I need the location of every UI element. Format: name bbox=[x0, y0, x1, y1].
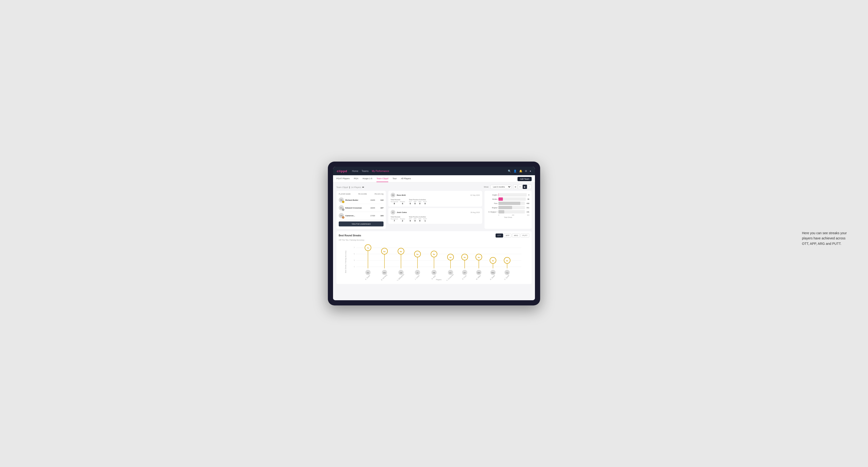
nav-home[interactable]: Home bbox=[352, 170, 358, 173]
player-card-header: JC Josh Coles 26 Aug 2023 bbox=[391, 210, 480, 215]
annotation-text: Here you can see streaks your players ha… bbox=[802, 230, 849, 246]
svg-text:RB: RB bbox=[433, 272, 435, 274]
subnav-pgat[interactable]: PGAT Players bbox=[336, 175, 349, 182]
table-row: RB 1 Richard Butler 19/20 110 bbox=[339, 196, 383, 204]
bar-value: 499 bbox=[526, 203, 529, 204]
activities-row: OTT 0 APP 0 ARG 0 bbox=[409, 218, 427, 222]
bar-value: 131 bbox=[526, 211, 529, 213]
app-stat: APP 0 bbox=[413, 218, 416, 222]
subnav-right: Add Team bbox=[518, 177, 532, 181]
chart-x-labels: 0 200 400 bbox=[487, 214, 529, 216]
arg-stat: ARG 0 bbox=[418, 218, 421, 222]
subnav-hcaps[interactable]: Hcaps 1-5 bbox=[363, 175, 372, 182]
table-row: EC 2 Edward Crossman 18/20 107 bbox=[339, 204, 383, 212]
nav-my-performance[interactable]: My Performance bbox=[372, 170, 389, 173]
pc-name: Josh Coles bbox=[397, 211, 469, 214]
settings-icon[interactable]: ⚙ bbox=[525, 169, 527, 173]
arg-value: 0 bbox=[419, 220, 420, 222]
practice-value: 2 bbox=[402, 220, 403, 222]
total-rounds-label: Total Rounds bbox=[391, 216, 405, 218]
view-leaderboard-button[interactable]: View Full Leaderboard bbox=[339, 221, 383, 226]
svg-text:RBu: RBu bbox=[491, 272, 495, 274]
pc-date: 02 Sep 2023 bbox=[470, 194, 480, 196]
streaks-tabs: OTT APP ARG PUTT bbox=[496, 234, 529, 238]
putt-tab[interactable]: PUTT bbox=[521, 234, 529, 238]
add-team-button[interactable]: Add Team bbox=[518, 177, 532, 181]
chart-bar-row: Eagles 3 bbox=[487, 193, 529, 196]
bar-fill bbox=[498, 210, 504, 214]
pc-stats: Total Rounds Tournament 8 Practice 4 bbox=[391, 199, 480, 205]
arg-tab[interactable]: ARG bbox=[512, 234, 520, 238]
player-score: 18/20 bbox=[369, 207, 376, 209]
svg-text:7x: 7x bbox=[367, 247, 369, 249]
player-score: 19/20 bbox=[369, 199, 376, 201]
ott-value: 0 bbox=[410, 220, 411, 222]
practice-activities-label: Total Practice Activities bbox=[409, 199, 427, 200]
bar-label: D. Bogeys + bbox=[487, 211, 497, 213]
svg-text:DF: DF bbox=[464, 272, 466, 274]
subnav-tour[interactable]: Tour bbox=[393, 175, 397, 182]
list-icon[interactable]: ≡ bbox=[518, 185, 522, 189]
player-name: Edward Crossman bbox=[345, 207, 368, 209]
period-select[interactable]: Last 3 months Last 6 months Last 12 mont… bbox=[490, 185, 512, 189]
team-title: Team Clippd | 14 Players ✏ bbox=[336, 186, 364, 188]
export-icon[interactable]: ↑ bbox=[527, 185, 532, 189]
avatar-icon[interactable]: ● bbox=[530, 169, 531, 173]
user-icon[interactable]: 👤 bbox=[514, 169, 517, 173]
team-controls: Show Last 3 months Last 6 months Last 12… bbox=[484, 185, 532, 189]
player-score: 17/20 bbox=[369, 215, 376, 217]
col-pb-avg-label: PB AVG SQ bbox=[375, 193, 383, 195]
col-player-label: PLAYER NAME bbox=[339, 193, 350, 195]
tournament-stat: Tournament 8 bbox=[391, 201, 398, 205]
player-avg: 107 bbox=[378, 207, 383, 209]
bar-value: 3 bbox=[528, 194, 529, 196]
bar-track bbox=[498, 210, 525, 214]
svg-text:3x: 3x bbox=[506, 260, 508, 262]
grid-icon[interactable]: ⊞ bbox=[513, 185, 518, 189]
tournament-value: 8 bbox=[394, 203, 395, 205]
svg-text:4x: 4x bbox=[464, 256, 466, 258]
subnav-all-players[interactable]: All Players bbox=[401, 175, 411, 182]
total-rounds-group: Total Rounds Tournament 7 Practice 2 bbox=[391, 216, 405, 222]
ott-stat: OTT 0 bbox=[409, 218, 412, 222]
search-icon[interactable]: 🔍 bbox=[508, 169, 511, 173]
svg-text:Players: Players bbox=[436, 279, 441, 281]
bar-track bbox=[498, 197, 526, 201]
svg-text:6x: 6x bbox=[383, 250, 385, 253]
bar-fill bbox=[498, 193, 499, 196]
avatar: EC 2 bbox=[339, 205, 344, 210]
app-stat: APP 0 bbox=[413, 201, 416, 205]
x-label: 0 bbox=[498, 214, 499, 216]
rounds-row: Tournament 7 Practice 2 bbox=[391, 218, 405, 222]
svg-text:R. Britt: R. Britt bbox=[431, 275, 436, 280]
streaks-title: Best Round Streaks bbox=[339, 234, 361, 237]
bar-label: Pars bbox=[487, 203, 497, 204]
subnav-pga[interactable]: PGA bbox=[354, 175, 358, 182]
subnav-team-clippd[interactable]: Team Clippd bbox=[376, 175, 388, 182]
svg-text:4x: 4x bbox=[478, 256, 480, 258]
app-tab[interactable]: APP bbox=[504, 234, 512, 238]
nav-teams[interactable]: Teams bbox=[362, 170, 368, 173]
table-row: CM 3 Cameron... 17/20 103 bbox=[339, 212, 383, 220]
practice-activities-label: Total Practice Activities bbox=[409, 216, 427, 218]
card-icon[interactable]: ◧ bbox=[523, 185, 527, 189]
bar-label: Eagles bbox=[487, 194, 497, 196]
x-label: 400 bbox=[527, 214, 529, 216]
pc-date: 26 Aug 2023 bbox=[470, 212, 480, 213]
svg-text:EC: EC bbox=[450, 272, 452, 274]
ott-tab[interactable]: OTT bbox=[496, 234, 503, 238]
bell-icon[interactable]: 🔔 bbox=[519, 169, 522, 173]
putt-stat: PUTT 1 bbox=[423, 218, 427, 222]
streaks-chart: Best Streak, Fairway Accuracy 7 5 3 1 bbox=[339, 243, 529, 282]
player-name: Cameron... bbox=[345, 215, 368, 217]
tournament-value: 7 bbox=[394, 220, 395, 222]
svg-text:4x: 4x bbox=[450, 256, 452, 258]
bar-fill bbox=[498, 206, 512, 209]
app-logo: clippd bbox=[337, 169, 347, 173]
svg-text:E. Ewart: E. Ewart bbox=[365, 275, 370, 280]
rounds-row: Tournament 8 Practice 4 bbox=[391, 201, 405, 205]
navbar: clippd Home Teams My Performance 🔍 👤 🔔 ⚙… bbox=[333, 167, 535, 175]
svg-text:EE: EE bbox=[367, 272, 369, 274]
tournament-stat: Tournament 7 bbox=[391, 218, 398, 222]
leaderboard-panel: PLAYER NAME PB SCORE PB AVG SQ RB 1 Rich… bbox=[336, 191, 386, 229]
